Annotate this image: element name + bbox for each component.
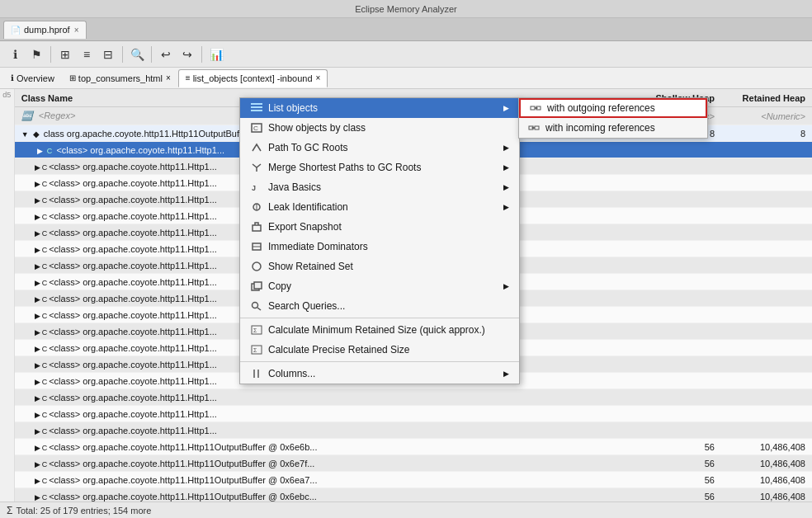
tab-overview[interactable]: ℹ Overview <box>3 69 62 87</box>
path-gc-arrow: ▶ <box>503 144 509 152</box>
sum-icon: Σ <box>7 505 12 516</box>
immediate-dom-icon <box>250 240 263 253</box>
bottom-class-2: ▶C<class> org.apache.coyote.http11.Http1… <box>15 475 639 485</box>
margin-marker: d5 <box>2 91 11 99</box>
menu-item-search[interactable]: Search Queries... <box>240 296 519 316</box>
svg-rect-13 <box>254 282 262 289</box>
toolbar-chart-btn[interactable]: 📊 <box>206 45 226 64</box>
show-by-class-icon: C <box>250 121 263 134</box>
header-retained-heap: Retained Heap <box>721 93 812 103</box>
tab-list-close[interactable]: × <box>316 73 321 82</box>
leak-id-icon <box>250 200 263 214</box>
table-row[interactable]: ▶C<class> org.apache.coyote.http11.Http1… <box>15 389 812 406</box>
menu-item-calc-min[interactable]: Σ Calculate Minimum Retained Size (quick… <box>240 320 519 340</box>
bottom-class-0: ▶C<class> org.apache.coyote.http11.Http1… <box>15 442 639 452</box>
svg-text:J: J <box>252 184 256 192</box>
menu-item-path-gc[interactable]: Path To GC Roots ▶ <box>240 138 519 158</box>
menu-item-list-objects[interactable]: List objects ▶ <box>240 98 519 118</box>
toolbar-layout-btn[interactable]: ⊟ <box>98 45 118 64</box>
columns-icon <box>250 367 263 380</box>
submenu-label-outgoing: with outgoing references <box>547 102 655 114</box>
app-title: Eclipse Memory Analyzer <box>355 4 457 14</box>
tab-top-consumers[interactable]: ⊞ top_consumers_html × <box>62 69 178 87</box>
table-row[interactable]: ▶C<class> org.apache.coyote.http11.Http1… <box>15 422 812 439</box>
menu-item-show-by-class[interactable]: C Show objects by class <box>240 118 519 138</box>
bottom-class-3: ▶C<class> org.apache.coyote.http11.Http1… <box>15 492 639 502</box>
svg-marker-25 <box>536 107 538 110</box>
regex-retained: <Numeric> <box>721 111 812 121</box>
file-tab[interactable]: 📄 dump.hprof × <box>3 21 87 39</box>
retained-set-icon <box>250 260 263 273</box>
bottom-class-1: ▶C<class> org.apache.coyote.http11.Http1… <box>15 459 639 469</box>
svg-rect-8 <box>253 225 261 231</box>
row-class-14: ▶C<class> org.apache.coyote.http11.Http1… <box>15 393 639 403</box>
title-bar: Eclipse Memory Analyzer <box>0 0 812 18</box>
svg-point-14 <box>253 303 258 308</box>
toolbar-back-btn[interactable]: ↩ <box>156 45 176 64</box>
submenu-item-outgoing[interactable]: with outgoing references <box>519 98 707 118</box>
top-tab-bar: 📄 dump.hprof × <box>0 18 812 41</box>
svg-rect-1 <box>251 106 262 108</box>
file-tab-icon: 📄 <box>11 26 21 35</box>
file-tab-close[interactable]: × <box>74 26 79 35</box>
svg-rect-27 <box>535 126 539 130</box>
bottom-shallow-3: 56 <box>639 492 721 502</box>
row-class-15: ▶C<class> org.apache.coyote.http11.Http1… <box>15 409 639 419</box>
tab-list-objects[interactable]: ≡ list_objects [context] -inbound × <box>178 69 328 87</box>
menu-label-search: Search Queries... <box>268 300 345 312</box>
toolbar-grid-btn[interactable]: ⊞ <box>55 45 75 64</box>
calc-precise-icon: Σ <box>250 343 263 356</box>
java-basics-icon: J <box>250 181 263 194</box>
tab-consumers-icon: ⊞ <box>69 73 76 82</box>
toolbar-sep-1 <box>50 46 51 63</box>
tab-overview-label: Overview <box>17 73 54 83</box>
calc-min-icon: Σ <box>250 323 263 337</box>
menu-item-merge-paths[interactable]: Merge Shortest Paths to GC Roots ▶ <box>240 158 519 177</box>
bottom-shallow-2: 56 <box>639 475 721 485</box>
selected-expand-icon[interactable]: ▶ <box>37 147 43 155</box>
tab-overview-icon: ℹ <box>11 73 14 82</box>
menu-item-export[interactable]: Export Snapshot <box>240 217 519 237</box>
merge-paths-arrow: ▶ <box>503 163 509 172</box>
special-expand-icon[interactable]: ▼ <box>21 130 29 139</box>
tab-list-label: list_objects [context] -inbound <box>193 73 313 83</box>
leak-id-arrow: ▶ <box>503 203 509 211</box>
bottom-shallow-0: 56 <box>639 442 721 452</box>
tab-consumers-close[interactable]: × <box>166 73 171 82</box>
bottom-row-1[interactable]: ▶C<class> org.apache.coyote.http11.Http1… <box>15 455 812 472</box>
menu-item-leak-id[interactable]: Leak Identification ▶ <box>240 197 519 217</box>
svg-marker-29 <box>531 127 533 130</box>
menu-label-copy: Copy <box>268 280 291 292</box>
bottom-retained-3: 10,486,408 <box>721 492 812 502</box>
menu-item-immediate-dom[interactable]: Immediate Dominators <box>240 237 519 257</box>
toolbar-flag-btn[interactable]: ⚑ <box>26 45 46 64</box>
bottom-shallow-1: 56 <box>639 459 721 469</box>
search-queries-icon <box>250 299 263 313</box>
bottom-retained-1: 10,486,408 <box>721 459 812 469</box>
submenu-label-incoming: with incoming references <box>545 122 655 134</box>
menu-item-retained-set[interactable]: Show Retained Set <box>240 257 519 276</box>
bottom-row-3[interactable]: ▶C<class> org.apache.coyote.http11.Http1… <box>15 488 812 502</box>
submenu-item-incoming[interactable]: with incoming references <box>519 118 707 138</box>
bottom-row-2[interactable]: ▶C<class> org.apache.coyote.http11.Http1… <box>15 472 812 488</box>
toolbar-info-btn[interactable]: ℹ <box>5 45 25 64</box>
java-basics-arrow: ▶ <box>503 183 509 191</box>
tab-list-icon: ≡ <box>186 73 191 82</box>
bottom-retained-0: 10,486,408 <box>721 442 812 452</box>
regex-text[interactable]: <Regex> <box>39 111 76 120</box>
menu-item-columns[interactable]: Columns... ▶ <box>240 364 519 384</box>
menu-item-copy[interactable]: Copy ▶ <box>240 276 519 296</box>
toolbar-fwd-btn[interactable]: ↪ <box>177 45 197 64</box>
list-objects-icon <box>250 101 263 115</box>
merge-paths-icon <box>250 161 263 174</box>
svg-text:C: C <box>253 125 258 132</box>
menu-item-calc-precise[interactable]: Σ Calculate Precise Retained Size <box>240 340 519 360</box>
menu-item-java-basics[interactable]: J Java Basics ▶ <box>240 177 519 197</box>
toolbar-list-btn[interactable]: ≡ <box>77 45 97 64</box>
menu-label-calc-precise: Calculate Precise Retained Size <box>268 344 409 356</box>
toolbar-search-btn[interactable]: 🔍 <box>127 45 147 64</box>
bottom-row-0[interactable]: ▶C<class> org.apache.coyote.http11.Http1… <box>15 439 812 455</box>
menu-label-leak-id: Leak Identification <box>268 201 348 213</box>
regex-icon: 🔤 <box>21 111 33 120</box>
table-row[interactable]: ▶C<class> org.apache.coyote.http11.Http1… <box>15 406 812 422</box>
